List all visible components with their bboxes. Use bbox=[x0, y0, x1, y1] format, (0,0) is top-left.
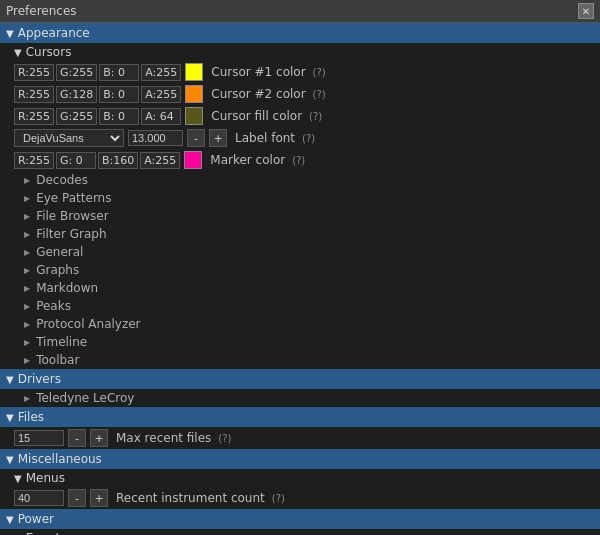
cursor2-swatch[interactable] bbox=[185, 85, 203, 103]
font-select[interactable]: DejaVuSans bbox=[14, 129, 124, 147]
cursor1-a: A:255 bbox=[141, 64, 181, 81]
max-recent-help: (?) bbox=[218, 433, 231, 444]
marker-r: R:255 bbox=[14, 152, 54, 169]
cursor2-row: R:255 G:128 B: 0 A:255 Cursor #2 color (… bbox=[0, 83, 600, 105]
marker-color-label: Marker color bbox=[210, 153, 285, 167]
menus-label: Menus bbox=[26, 471, 65, 485]
cursor1-label: Cursor #1 color bbox=[211, 65, 305, 79]
content-area: ▼ Appearance ▼ Cursors R:255 G:255 B: 0 … bbox=[0, 23, 600, 535]
nav-item-decodes[interactable]: Decodes bbox=[0, 171, 600, 189]
cursor2-r: R:255 bbox=[14, 86, 54, 103]
cursor1-b: B: 0 bbox=[99, 64, 139, 81]
nav-item-file-browser[interactable]: File Browser bbox=[0, 207, 600, 225]
cursor2-a: A:255 bbox=[141, 86, 181, 103]
nav-item-toolbar[interactable]: Toolbar bbox=[0, 351, 600, 369]
power-arrow: ▼ bbox=[6, 514, 14, 525]
max-recent-label: Max recent files bbox=[116, 431, 211, 445]
cursor1-g: G:255 bbox=[56, 64, 97, 81]
nav-item-peaks[interactable]: Peaks bbox=[0, 297, 600, 315]
section-drivers[interactable]: ▼ Drivers bbox=[0, 369, 600, 389]
subsection-cursors[interactable]: ▼ Cursors bbox=[0, 43, 600, 61]
label-font-row: DejaVuSans - + Label font (?) bbox=[0, 127, 600, 149]
max-recent-files-input[interactable] bbox=[14, 430, 64, 446]
misc-label: Miscellaneous bbox=[18, 452, 102, 466]
cursor-fill-help: (?) bbox=[309, 111, 322, 122]
recent-instrument-plus[interactable]: + bbox=[90, 489, 108, 507]
fill-a: A: 64 bbox=[141, 108, 181, 125]
cursors-label: Cursors bbox=[26, 45, 72, 59]
fill-r: R:255 bbox=[14, 108, 54, 125]
max-recent-minus[interactable]: - bbox=[68, 429, 86, 447]
section-appearance[interactable]: ▼ Appearance bbox=[0, 23, 600, 43]
marker-color-row: R:255 G: 0 B:160 A:255 Marker color (?) bbox=[0, 149, 600, 171]
drivers-label: Drivers bbox=[18, 372, 61, 386]
marker-color-help: (?) bbox=[292, 155, 305, 166]
cursor1-swatch[interactable] bbox=[185, 63, 203, 81]
nav-item-eye-patterns[interactable]: Eye Patterns bbox=[0, 189, 600, 207]
cursor-fill-swatch[interactable] bbox=[185, 107, 203, 125]
drivers-arrow: ▼ bbox=[6, 374, 14, 385]
cursor2-rgba: R:255 G:128 B: 0 A:255 bbox=[14, 86, 181, 103]
cursors-arrow: ▼ bbox=[14, 47, 22, 58]
appearance-label: Appearance bbox=[18, 26, 90, 40]
marker-rgba: R:255 G: 0 B:160 A:255 bbox=[14, 152, 180, 169]
nav-item-markdown[interactable]: Markdown bbox=[0, 279, 600, 297]
subsection-menus[interactable]: ▼ Menus bbox=[0, 469, 600, 487]
cursor2-label: Cursor #2 color bbox=[211, 87, 305, 101]
font-size-input[interactable] bbox=[128, 130, 183, 146]
nav-item-general[interactable]: General bbox=[0, 243, 600, 261]
cursor2-b: B: 0 bbox=[99, 86, 139, 103]
cursor2-help: (?) bbox=[313, 89, 326, 100]
recent-instrument-label: Recent instrument count bbox=[116, 491, 265, 505]
recent-instrument-row: - + Recent instrument count (?) bbox=[0, 487, 600, 509]
title-bar-title: Preferences bbox=[6, 4, 77, 18]
marker-swatch[interactable] bbox=[184, 151, 202, 169]
section-files[interactable]: ▼ Files bbox=[0, 407, 600, 427]
label-font-label: Label font bbox=[235, 131, 295, 145]
marker-a: A:255 bbox=[140, 152, 180, 169]
max-recent-plus[interactable]: + bbox=[90, 429, 108, 447]
recent-instrument-input[interactable] bbox=[14, 490, 64, 506]
files-arrow: ▼ bbox=[6, 412, 14, 423]
section-power[interactable]: ▼ Power bbox=[0, 509, 600, 529]
title-bar: Preferences ✕ bbox=[0, 0, 600, 23]
section-misc[interactable]: ▼ Miscellaneous bbox=[0, 449, 600, 469]
subsection-events[interactable]: ▼ Events bbox=[0, 529, 600, 535]
cursor1-r: R:255 bbox=[14, 64, 54, 81]
cursor1-row: R:255 G:255 B: 0 A:255 Cursor #1 color (… bbox=[0, 61, 600, 83]
nav-item-graphs[interactable]: Graphs bbox=[0, 261, 600, 279]
cursor-fill-label: Cursor fill color bbox=[211, 109, 302, 123]
label-font-help: (?) bbox=[302, 133, 315, 144]
recent-instrument-help: (?) bbox=[272, 493, 285, 504]
cursor1-help: (?) bbox=[313, 67, 326, 78]
power-label: Power bbox=[18, 512, 54, 526]
marker-g: G: 0 bbox=[56, 152, 96, 169]
font-size-minus[interactable]: - bbox=[187, 129, 205, 147]
recent-instrument-minus[interactable]: - bbox=[68, 489, 86, 507]
cursor-fill-rgba: R:255 G:255 B: 0 A: 64 bbox=[14, 108, 181, 125]
font-size-plus[interactable]: + bbox=[209, 129, 227, 147]
nav-item-filter-graph[interactable]: Filter Graph bbox=[0, 225, 600, 243]
fill-g: G:255 bbox=[56, 108, 97, 125]
marker-b: B:160 bbox=[98, 152, 138, 169]
fill-b: B: 0 bbox=[99, 108, 139, 125]
appearance-arrow: ▼ bbox=[6, 28, 14, 39]
max-recent-files-row: - + Max recent files (?) bbox=[0, 427, 600, 449]
nav-item-timeline[interactable]: Timeline bbox=[0, 333, 600, 351]
nav-item-teledyne[interactable]: Teledyne LeCroy bbox=[0, 389, 600, 407]
cursor2-g: G:128 bbox=[56, 86, 97, 103]
close-button[interactable]: ✕ bbox=[578, 3, 594, 19]
files-label: Files bbox=[18, 410, 44, 424]
misc-arrow: ▼ bbox=[6, 454, 14, 465]
events-label: Events bbox=[26, 531, 67, 535]
nav-item-protocol-analyzer[interactable]: Protocol Analyzer bbox=[0, 315, 600, 333]
cursor-fill-row: R:255 G:255 B: 0 A: 64 Cursor fill color… bbox=[0, 105, 600, 127]
cursor1-rgba: R:255 G:255 B: 0 A:255 bbox=[14, 64, 181, 81]
menus-arrow: ▼ bbox=[14, 473, 22, 484]
